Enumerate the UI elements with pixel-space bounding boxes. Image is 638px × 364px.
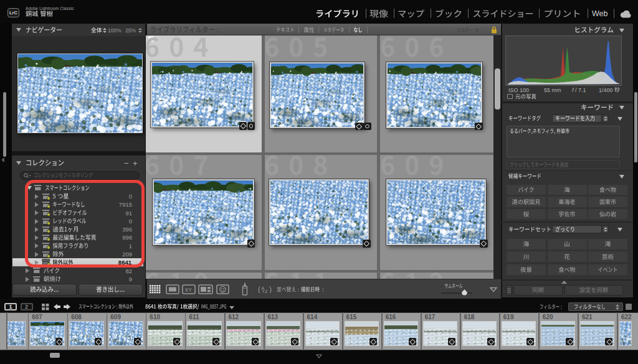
svg-text:Z: Z [265, 289, 268, 294]
svg-text:XY: XY [185, 287, 193, 293]
svg-text:): ) [269, 285, 272, 293]
svg-text:A: A [262, 286, 265, 291]
svg-text:(: ( [258, 285, 260, 293]
